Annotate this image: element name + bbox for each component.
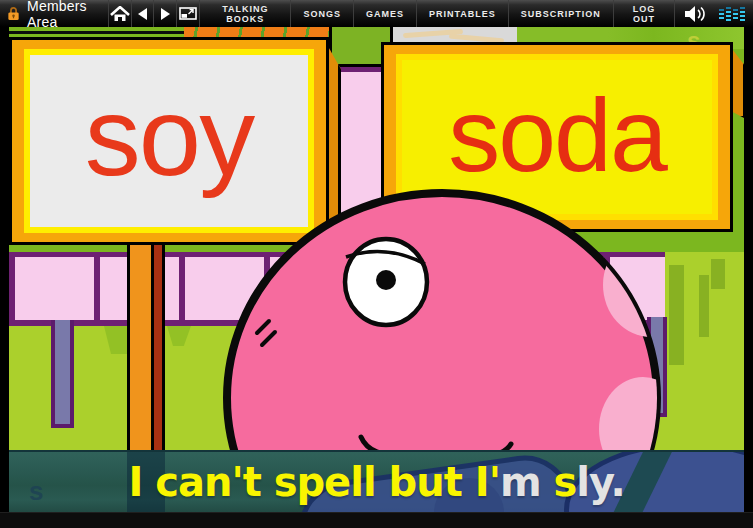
top-nav-bar: Members Area TALKING BOOKS SONGS GAMES P… — [0, 0, 753, 27]
nav-songs[interactable]: SONGS — [290, 0, 353, 27]
forward-button[interactable] — [153, 0, 176, 27]
flash-stage: s soy soda — [0, 27, 753, 512]
nav-right-controls — [675, 0, 753, 27]
home-icon — [110, 6, 130, 22]
resize-screen-icon — [179, 7, 197, 20]
character-spot — [603, 233, 699, 337]
nav-games[interactable]: GAMES — [353, 0, 416, 27]
cartoon-scene: s soy soda — [9, 27, 744, 512]
back-arrow-icon — [138, 8, 147, 20]
home-button[interactable] — [108, 0, 131, 27]
pink-character[interactable] — [9, 27, 744, 512]
speaker-icon[interactable] — [685, 5, 709, 23]
back-button[interactable] — [131, 0, 154, 27]
caption-segment: ly. — [576, 459, 624, 505]
volume-level-icon[interactable] — [719, 6, 747, 22]
caption-segment: m — [500, 459, 541, 505]
padlock-icon — [8, 4, 19, 23]
caption-text: I can't spell but I' m s ly. — [9, 452, 744, 512]
character-pupil — [376, 270, 396, 290]
nav-printables[interactable]: PRINTABLES — [416, 0, 508, 27]
nav-log-out[interactable]: LOG OUT — [613, 0, 675, 27]
forward-arrow-icon — [161, 8, 170, 20]
nav-subscription[interactable]: SUBSCRIPTION — [508, 0, 613, 27]
nav-talking-books[interactable]: TALKING BOOKS — [199, 0, 290, 27]
caption-segment: I can't spell but I' — [128, 459, 499, 505]
members-area-brand: Members Area — [0, 0, 108, 27]
page-title: Members Area — [27, 0, 96, 30]
resize-screen-button[interactable] — [176, 0, 199, 27]
caption-bar: s I can't spell but I' m s ly. — [9, 450, 744, 512]
bottom-letterbox — [0, 512, 753, 528]
caption-segment: s — [541, 459, 577, 505]
